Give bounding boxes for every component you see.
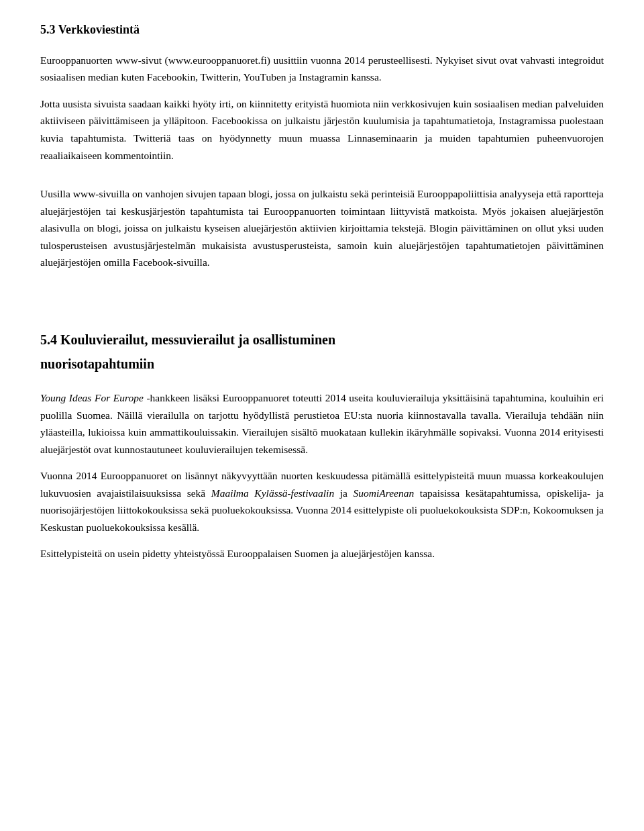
section-53-paragraph-3: Uusilla www-sivuilla on vanhojen sivujen…	[40, 185, 604, 271]
spacer-3	[40, 293, 604, 305]
section-54-heading-line1: 5.4 Kouluvierailut, messuvierailut ja os…	[40, 329, 604, 350]
page-content: 5.3 Verkkoviestintä Eurooppanuorten www-…	[0, 0, 644, 599]
spacer-1	[40, 173, 604, 185]
section-54-block: 5.4 Kouluvierailut, messuvierailut ja os…	[40, 329, 604, 375]
section-54-paragraph-3: Esittelypisteitä on usein pidetty yhteis…	[40, 545, 604, 563]
section-53-heading: 5.3 Verkkoviestintä	[40, 20, 604, 40]
section-54-paragraph-1: Young Ideas For Europe -hankkeen lisäksi…	[40, 389, 604, 458]
section-54-paragraph-2: Vuonna 2014 Eurooppanuoret on lisännyt n…	[40, 467, 604, 536]
italic-maailma-kylass: Maailma Kylässä-festivaalin	[211, 487, 334, 499]
section-54-heading-text: 5.4 Kouluvierailut, messuvierailut ja os…	[40, 329, 335, 350]
spacer-2	[40, 281, 604, 293]
section-54-para2-text2: ja	[334, 487, 353, 499]
section-53-paragraph-2: Jotta uusista sivuista saadaan kaikki hy…	[40, 95, 604, 164]
italic-young-ideas: Young Ideas For Europe	[40, 392, 144, 403]
section-54-heading-line2: nuorisotapahtumiin	[40, 353, 604, 375]
section-53-paragraph-1: Eurooppanuorten www-sivut (www.eurooppan…	[40, 52, 604, 86]
italic-suomiareenan: SuomiAreenan	[354, 487, 415, 499]
